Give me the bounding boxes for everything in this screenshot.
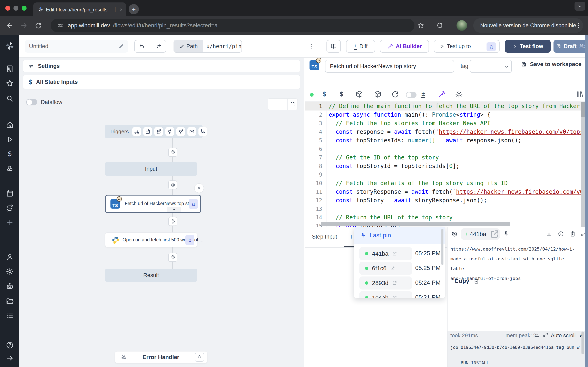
- trigger-poll-icon[interactable]: [199, 127, 207, 136]
- code-horizontal-scrollbar[interactable]: [321, 222, 510, 226]
- sidebar-workers-icon[interactable]: [6, 282, 14, 290]
- path-control[interactable]: Path u/henri/pin: [173, 40, 242, 53]
- redo-button[interactable]: [152, 40, 166, 52]
- plus-minus-icon[interactable]: ±: [421, 90, 425, 98]
- add-step-button[interactable]: [168, 148, 177, 157]
- code-line[interactable]: 6: [305, 145, 585, 153]
- trigger-webhook-icon[interactable]: [132, 127, 141, 136]
- external-link-icon[interactable]: [392, 281, 397, 285]
- windmill-logo[interactable]: [5, 41, 15, 50]
- zoom-in-button[interactable]: [268, 99, 278, 110]
- code-line[interactable]: 4 const response = await fetch('https://…: [305, 128, 585, 136]
- tab-search-button[interactable]: [575, 2, 585, 11]
- code-line[interactable]: 5 const topStoriesIds: number[] = await …: [305, 136, 585, 145]
- draft-button[interactable]: Draft ⌘S: [553, 40, 588, 53]
- traffic-light-close[interactable]: [5, 6, 10, 11]
- bookmark-star-icon[interactable]: [417, 22, 424, 29]
- result-node[interactable]: Result: [105, 269, 197, 282]
- copy-button[interactable]: Copy: [454, 278, 479, 284]
- input-node[interactable]: Input: [105, 162, 197, 176]
- external-link-icon[interactable]: [390, 266, 395, 271]
- settings-row[interactable]: Settings: [23, 60, 300, 72]
- last-pin-option[interactable]: Last pin: [354, 227, 445, 244]
- test-flow-button[interactable]: Test flow: [505, 40, 551, 53]
- code-line[interactable]: 12 const topStory = await storyResponse.…: [305, 196, 585, 205]
- package-icon[interactable]: [374, 90, 382, 98]
- site-settings-icon[interactable]: [57, 22, 64, 29]
- undo-button[interactable]: [135, 40, 149, 52]
- step-node-a[interactable]: TS Fetch url of HackerNews top story a: [105, 195, 201, 213]
- code-line[interactable]: 2export async function main(): Promise<s…: [305, 110, 585, 119]
- sidebar-users-icon[interactable]: [6, 253, 14, 261]
- sidebar-runs-icon[interactable]: [6, 135, 14, 143]
- traffic-light-zoom[interactable]: [22, 6, 26, 11]
- sidebar-schedules-icon[interactable]: [6, 189, 14, 198]
- tab-close-icon[interactable]: [119, 7, 123, 12]
- tab-step-input[interactable]: Step Input: [312, 234, 337, 240]
- external-link-icon[interactable]: [392, 295, 397, 298]
- save-to-workspace-button[interactable]: Save to workspace: [521, 61, 581, 67]
- download-logs-icon[interactable]: [534, 332, 540, 338]
- trigger-websocket-icon[interactable]: [165, 127, 174, 136]
- sidebar-resources-icon[interactable]: [6, 165, 14, 173]
- reload-icon[interactable]: [35, 22, 42, 29]
- external-link-icon[interactable]: [392, 251, 397, 256]
- pencil-icon[interactable]: [118, 43, 124, 49]
- tab-test-results[interactable]: T: [350, 234, 353, 240]
- editor-settings-gear-icon[interactable]: [455, 90, 463, 98]
- code-line[interactable]: 14 // Return the URL of the top story: [305, 213, 585, 222]
- editor-toggle[interactable]: [406, 92, 416, 98]
- sidebar-search-icon[interactable]: [6, 94, 14, 103]
- extensions-puzzle-icon[interactable]: [437, 22, 443, 29]
- sidebar-routes-icon[interactable]: [6, 204, 14, 212]
- code-line[interactable]: 13: [305, 205, 585, 213]
- add-step-button[interactable]: [168, 253, 177, 262]
- all-static-inputs-row[interactable]: $ All Static Inputs: [23, 75, 300, 89]
- kebab-menu-icon[interactable]: [575, 22, 582, 29]
- sidebar-home-icon[interactable]: [6, 121, 14, 129]
- refresh-icon[interactable]: [391, 90, 399, 98]
- sidebar-help-icon[interactable]: [6, 341, 14, 349]
- dropdown-scrollbar[interactable]: [441, 229, 443, 265]
- trigger-kafka-icon[interactable]: [176, 127, 185, 136]
- code-line[interactable]: 1// Define the main function to fetch th…: [305, 102, 585, 110]
- sidebar-collapse-icon[interactable]: [6, 354, 14, 362]
- history-icon[interactable]: [451, 231, 458, 237]
- remove-step-button[interactable]: [194, 183, 204, 193]
- more-options-icon[interactable]: [308, 43, 315, 50]
- trigger-route-icon[interactable]: [154, 127, 163, 136]
- log-vertical-scrollbar[interactable]: [581, 332, 584, 354]
- sidebar-variables-icon[interactable]: [6, 150, 14, 158]
- run-id-chip[interactable]: 441ba: [461, 228, 500, 240]
- code-vertical-scrollbar[interactable]: [581, 102, 585, 227]
- docs-button[interactable]: [327, 40, 341, 53]
- zoom-fit-button[interactable]: [288, 99, 297, 110]
- zoom-out-button[interactable]: [278, 99, 288, 110]
- pin-icon[interactable]: [503, 231, 509, 237]
- sidebar-settings-icon[interactable]: [6, 267, 14, 276]
- new-tab-button[interactable]: +: [129, 4, 139, 14]
- trigger-schedule-icon[interactable]: [143, 127, 152, 136]
- ai-builder-button[interactable]: AI Builder: [380, 40, 429, 53]
- code-line[interactable]: 3 // Fetch the top stories from Hacker N…: [305, 119, 585, 128]
- code-line[interactable]: 11 const storyResponse = await fetch(`ht…: [305, 188, 585, 196]
- pin-history-item[interactable]: 2893d05:24 PM: [354, 276, 445, 290]
- variables-dollar-icon[interactable]: $: [323, 91, 326, 98]
- code-line[interactable]: 10 // Fetch the details of the top story…: [305, 179, 585, 188]
- chrome-update-button[interactable]: Nouvelle version de Chrome disponible: [473, 18, 583, 33]
- sidebar-add-icon[interactable]: [6, 218, 14, 227]
- code-scrollbar-thumb[interactable]: [581, 102, 585, 117]
- traffic-light-minimize[interactable]: [13, 6, 18, 11]
- add-step-button[interactable]: [168, 180, 177, 189]
- info-icon[interactable]: [558, 231, 564, 237]
- expand-logs-icon[interactable]: [543, 332, 548, 338]
- autoscroll-label[interactable]: Auto scroll: [551, 332, 576, 339]
- test-up-to-button[interactable]: Test up to a: [434, 40, 500, 53]
- forward-icon[interactable]: [20, 22, 28, 29]
- clipboard-icon[interactable]: [570, 231, 576, 237]
- code-line[interactable]: 9: [305, 170, 585, 179]
- resources-dollar-icon[interactable]: $: [340, 91, 343, 98]
- code-line[interactable]: 7 // Get the ID of the top story: [305, 153, 585, 162]
- add-step-button[interactable]: [168, 217, 177, 226]
- ai-wand-icon[interactable]: [438, 90, 446, 98]
